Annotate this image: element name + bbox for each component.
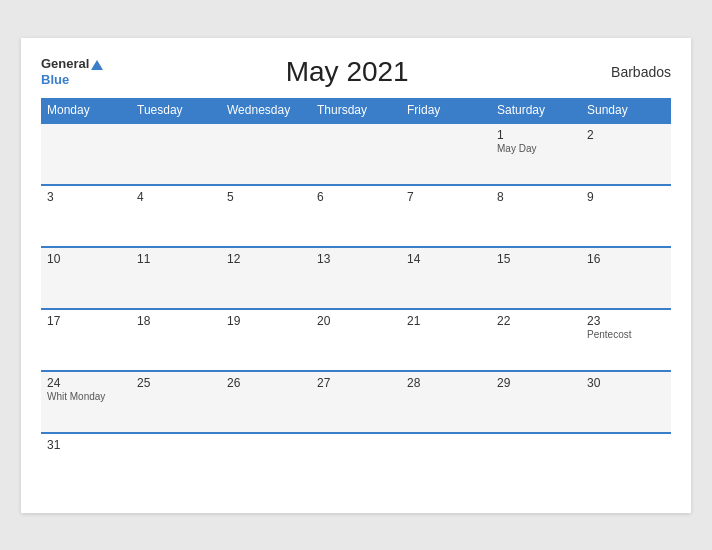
holiday-label: Whit Monday: [47, 391, 125, 402]
day-number: 9: [587, 190, 665, 204]
day-number: 12: [227, 252, 305, 266]
week-row-2: 3456789: [41, 185, 671, 247]
calendar-cell: [401, 123, 491, 185]
day-number: 30: [587, 376, 665, 390]
calendar-cell: 3: [41, 185, 131, 247]
calendar-cell: [41, 123, 131, 185]
logo-general: General: [41, 56, 89, 71]
calendar-cell: 27: [311, 371, 401, 433]
calendar-cell: 14: [401, 247, 491, 309]
calendar-cell: 11: [131, 247, 221, 309]
calendar-cell: 16: [581, 247, 671, 309]
weekday-header-saturday: Saturday: [491, 98, 581, 123]
calendar-cell: [311, 433, 401, 495]
day-number: 1: [497, 128, 575, 142]
day-number: 28: [407, 376, 485, 390]
calendar-cell: 1May Day: [491, 123, 581, 185]
logo-triangle-icon: [91, 60, 103, 70]
day-number: 18: [137, 314, 215, 328]
calendar-cell: [401, 433, 491, 495]
weekday-header-thursday: Thursday: [311, 98, 401, 123]
day-number: 22: [497, 314, 575, 328]
logo-blue: Blue: [41, 72, 69, 87]
holiday-label: Pentecost: [587, 329, 665, 340]
week-row-1: 1May Day2: [41, 123, 671, 185]
day-number: 13: [317, 252, 395, 266]
calendar-cell: 22: [491, 309, 581, 371]
calendar-cell: [221, 433, 311, 495]
calendar-cell: 2: [581, 123, 671, 185]
calendar-grid: MondayTuesdayWednesdayThursdayFridaySatu…: [41, 98, 671, 495]
calendar-cell: 28: [401, 371, 491, 433]
day-number: 8: [497, 190, 575, 204]
day-number: 27: [317, 376, 395, 390]
weekday-header-row: MondayTuesdayWednesdayThursdayFridaySatu…: [41, 98, 671, 123]
day-number: 29: [497, 376, 575, 390]
day-number: 2: [587, 128, 665, 142]
day-number: 16: [587, 252, 665, 266]
calendar-cell: 25: [131, 371, 221, 433]
week-row-6: 31: [41, 433, 671, 495]
calendar-cell: 20: [311, 309, 401, 371]
day-number: 31: [47, 438, 125, 452]
calendar-cell: 23Pentecost: [581, 309, 671, 371]
day-number: 24: [47, 376, 125, 390]
calendar-cell: 7: [401, 185, 491, 247]
day-number: 19: [227, 314, 305, 328]
day-number: 10: [47, 252, 125, 266]
calendar-cell: [491, 433, 581, 495]
calendar-cell: 9: [581, 185, 671, 247]
day-number: 4: [137, 190, 215, 204]
calendar-cell: 24Whit Monday: [41, 371, 131, 433]
day-number: 14: [407, 252, 485, 266]
day-number: 17: [47, 314, 125, 328]
calendar-cell: [221, 123, 311, 185]
weekday-header-friday: Friday: [401, 98, 491, 123]
day-number: 26: [227, 376, 305, 390]
calendar-cell: [311, 123, 401, 185]
week-row-3: 10111213141516: [41, 247, 671, 309]
logo: General Blue: [41, 56, 103, 87]
day-number: 3: [47, 190, 125, 204]
weekday-header-wednesday: Wednesday: [221, 98, 311, 123]
weekday-header-sunday: Sunday: [581, 98, 671, 123]
logo-blue-text: Blue: [41, 72, 103, 88]
calendar-cell: [581, 433, 671, 495]
calendar-cell: 4: [131, 185, 221, 247]
day-number: 23: [587, 314, 665, 328]
day-number: 15: [497, 252, 575, 266]
day-number: 11: [137, 252, 215, 266]
calendar-cell: 15: [491, 247, 581, 309]
calendar-cell: 10: [41, 247, 131, 309]
calendar-cell: 30: [581, 371, 671, 433]
calendar-title: May 2021: [103, 56, 591, 88]
calendar-cell: 6: [311, 185, 401, 247]
week-row-4: 17181920212223Pentecost: [41, 309, 671, 371]
holiday-label: May Day: [497, 143, 575, 154]
day-number: 5: [227, 190, 305, 204]
day-number: 7: [407, 190, 485, 204]
week-row-5: 24Whit Monday252627282930: [41, 371, 671, 433]
logo-text: General: [41, 56, 103, 72]
calendar-cell: 8: [491, 185, 581, 247]
calendar-cell: 26: [221, 371, 311, 433]
calendar-cell: 29: [491, 371, 581, 433]
calendar: General Blue May 2021 Barbados MondayTue…: [21, 38, 691, 513]
calendar-cell: 13: [311, 247, 401, 309]
calendar-cell: 19: [221, 309, 311, 371]
calendar-cell: 5: [221, 185, 311, 247]
calendar-cell: 31: [41, 433, 131, 495]
calendar-cell: 18: [131, 309, 221, 371]
day-number: 25: [137, 376, 215, 390]
weekday-header-tuesday: Tuesday: [131, 98, 221, 123]
day-number: 6: [317, 190, 395, 204]
calendar-header: General Blue May 2021 Barbados: [41, 56, 671, 88]
calendar-cell: [131, 433, 221, 495]
day-number: 21: [407, 314, 485, 328]
calendar-country: Barbados: [591, 64, 671, 80]
calendar-cell: 12: [221, 247, 311, 309]
day-number: 20: [317, 314, 395, 328]
weekday-header-monday: Monday: [41, 98, 131, 123]
calendar-cell: 17: [41, 309, 131, 371]
calendar-cell: [131, 123, 221, 185]
